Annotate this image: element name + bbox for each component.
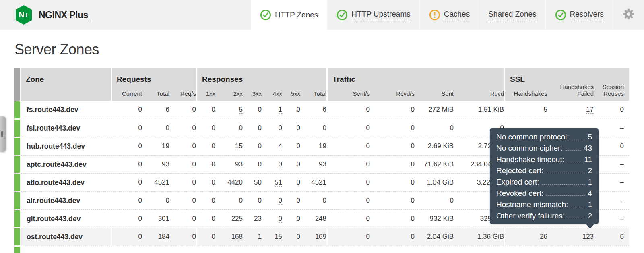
cell-traffic-rcvd-per-s: 0 (370, 156, 415, 173)
column-header-2xx[interactable]: 2xx (215, 85, 243, 101)
cell-ssl-handshakes-failed: 17 (547, 101, 594, 119)
column-header-sent[interactable]: Sent (415, 85, 454, 101)
cell-responses-2xx: 5 (215, 101, 243, 119)
tab-label: Shared Zones (488, 10, 536, 20)
cell-traffic-sent-per-s: 0 (326, 192, 370, 209)
tab-shared-zones[interactable]: Shared Zones (479, 0, 545, 30)
linked-value[interactable]: 15 (235, 142, 243, 150)
linked-value[interactable]: 168 (231, 233, 243, 241)
cell-traffic-sent-per-s: 0 (326, 137, 370, 155)
cell-responses-3xx: 1 (243, 228, 262, 246)
column-header-1xx[interactable]: 1xx (196, 85, 215, 101)
cell-ssl-handshakes: 5 (504, 101, 547, 119)
column-header-handshakes-failed[interactable]: Handshakes Failed (547, 85, 594, 101)
side-drawer-handle[interactable] (0, 116, 6, 152)
zone-name: air.route443.dev (20, 192, 111, 209)
zone-name: fs.route443.dev (20, 101, 111, 119)
column-header-reqs[interactable]: Req/s (169, 85, 196, 101)
ssl-handshakes-failed-tooltip: No common protocol: 5 No common cipher: … (490, 128, 599, 224)
cell-requests-current: 0 (111, 119, 142, 137)
row-status-indicator (14, 101, 20, 118)
cell-responses-2xx: 225 (215, 210, 243, 228)
cell-traffic-rcvd-per-s: 0 (370, 137, 415, 155)
column-header-4xx[interactable]: 4xx (262, 85, 282, 101)
cell-responses-3xx: 0 (243, 119, 262, 137)
linked-value[interactable]: 1 (279, 106, 282, 114)
cell-traffic-sent: 71.62 KiB (415, 156, 454, 173)
column-header-responses-total[interactable]: Total (300, 85, 326, 101)
column-header-spacer (20, 85, 111, 101)
cell-requests-per-s: 0 (169, 119, 196, 137)
column-header-current[interactable]: Current (111, 85, 142, 101)
column-header-session-reuses[interactable]: Session Reuses (594, 85, 624, 101)
cell-traffic-sent: 0 (415, 119, 454, 137)
row-status-indicator (14, 247, 20, 253)
settings-gear-button[interactable] (613, 0, 644, 30)
cell-responses-1xx: 0 (196, 101, 215, 119)
cell-ssl-handshakes (504, 246, 547, 253)
tab-http-zones[interactable]: HTTP Zones (251, 0, 327, 30)
column-header-rcvd-per-s[interactable]: Rcvd/s (370, 85, 415, 101)
cell-responses-4xx: 1 (262, 101, 282, 119)
cell-responses-5xx: 0 (282, 192, 300, 209)
tab-http-upstreams[interactable]: HTTP Upstreams (327, 0, 419, 30)
cell-requests-per-s: 0 (169, 210, 196, 228)
linked-value[interactable]: 0 (279, 124, 282, 132)
cell-traffic-sent-per-s: 0 (326, 210, 370, 228)
group-header-ssl: SSL (504, 68, 629, 85)
tooltip-leader (546, 173, 585, 173)
linked-value[interactable]: 51 (275, 178, 282, 187)
linked-value[interactable]: 0 (279, 160, 282, 168)
tooltip-value: 4 (588, 188, 592, 199)
tab-caches[interactable]: Caches (419, 0, 479, 30)
tooltip-leader (542, 184, 585, 185)
cell-traffic-sent-per-s: 0 (326, 101, 370, 119)
cell-traffic-sent: 272 MiB (415, 101, 454, 119)
tooltip-value: 2 (588, 165, 592, 176)
linked-value[interactable]: 15 (275, 233, 282, 241)
cell-traffic-rcvd-per-s: 0 (370, 174, 415, 191)
cell-requests-current: 0 (111, 192, 142, 209)
cell-responses-3xx: 0 (243, 101, 262, 119)
cell-requests-per-s: 0 (169, 156, 196, 173)
column-header-sent-per-s[interactable]: Sent/s (326, 85, 370, 101)
tooltip-label: Revoked cert: (496, 188, 543, 199)
tab-status-icon (336, 9, 348, 21)
linked-value[interactable]: 0 (279, 215, 282, 223)
tooltip-value: 2 (588, 210, 592, 222)
zone-name: fsl.route443.dev (20, 119, 111, 137)
tab-label: HTTP Zones (275, 10, 318, 19)
linked-value[interactable]: 0 (279, 197, 282, 205)
group-header-row: Zone Requests Responses Traffic SSL (14, 68, 629, 85)
column-header-handshakes[interactable]: Handshakes (504, 85, 547, 101)
linked-value[interactable]: 17 (586, 106, 594, 114)
nav-tabs: HTTP Zones HTTP Upstreams (251, 0, 613, 30)
linked-value[interactable]: 123 (582, 233, 594, 241)
cell-traffic-rcvd-per-s: 0 (370, 210, 415, 228)
column-header-5xx[interactable]: 5xx (282, 85, 300, 101)
cell-requests-total: 301 (142, 210, 169, 228)
linked-value[interactable]: 5 (239, 106, 243, 114)
zone-name: hub.route443.dev (20, 137, 111, 155)
cell-responses-total: 19 (300, 137, 326, 155)
tab-status-icon (555, 9, 566, 21)
column-header-3xx[interactable]: 3xx (243, 85, 262, 101)
group-header-requests: Requests (111, 68, 196, 85)
linked-value[interactable]: 4 (279, 142, 282, 150)
column-header-row: Current Total Req/s 1xx 2xx 3xx 4xx 5xx … (14, 85, 629, 101)
cell-responses-4xx: 4 (262, 137, 282, 155)
cell-responses-5xx: 0 (282, 174, 300, 191)
column-header-total[interactable]: Total (142, 85, 169, 101)
cell-responses-3xx: 50 (243, 174, 262, 191)
column-header-rcvd[interactable]: Rcvd (454, 85, 504, 101)
tab-resolvers[interactable]: Resolvers (545, 0, 613, 30)
cell-responses-total: 169 (300, 228, 326, 246)
group-header-zone[interactable]: Zone (20, 68, 111, 85)
cell-responses-5xx: 0 (282, 156, 300, 173)
cell-responses-total: 0 (300, 192, 326, 209)
linked-value[interactable]: 1 (258, 233, 262, 241)
tooltip-leader (572, 139, 585, 139)
cell-ssl-handshakes-failed: 123 (547, 228, 594, 246)
cell-responses-total: 248 (300, 210, 326, 228)
cell-requests-per-s: 0 (169, 174, 196, 191)
